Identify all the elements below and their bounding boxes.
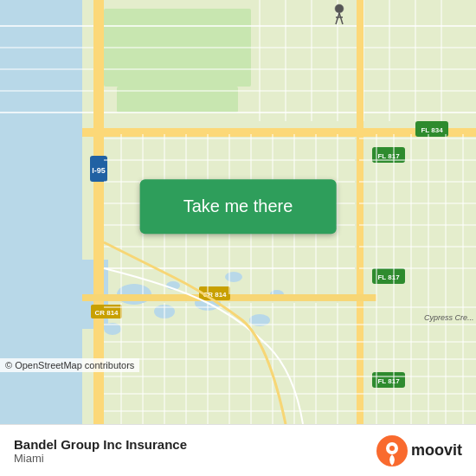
svg-point-97 bbox=[389, 446, 395, 451]
bottom-bar: Bandel Group Inc Insurance Miami moovit bbox=[0, 424, 476, 476]
svg-text:FL 834: FL 834 bbox=[421, 126, 443, 134]
svg-point-94 bbox=[335, 4, 344, 13]
take-me-there-button[interactable]: Take me there bbox=[140, 179, 337, 234]
svg-text:FL 817: FL 817 bbox=[377, 273, 400, 281]
map-container: I-95 FL 834 FL 817 CR 814 CR 814 FL 817 … bbox=[0, 0, 476, 424]
attribution-text: © OpenStreetMap contributors bbox=[5, 360, 134, 370]
location-info: Bandel Group Inc Insurance Miami bbox=[14, 437, 187, 465]
svg-rect-32 bbox=[357, 0, 363, 424]
svg-text:Cypress Cre...: Cypress Cre... bbox=[424, 313, 474, 322]
button-overlay: Take me there bbox=[140, 179, 337, 234]
location-city: Miami bbox=[14, 452, 187, 465]
svg-text:I-95: I-95 bbox=[92, 166, 106, 175]
svg-text:FL 817: FL 817 bbox=[377, 377, 400, 385]
location-name: Bandel Group Inc Insurance bbox=[14, 437, 187, 452]
moovit-pin-icon bbox=[376, 435, 408, 466]
moovit-logo[interactable]: moovit bbox=[376, 435, 462, 466]
svg-text:FL 817: FL 817 bbox=[377, 152, 400, 160]
attribution-bar: © OpenStreetMap contributors bbox=[0, 358, 139, 372]
moovit-brand-text: moovit bbox=[411, 441, 462, 460]
svg-point-8 bbox=[225, 272, 242, 282]
svg-text:CR 814: CR 814 bbox=[94, 309, 119, 317]
